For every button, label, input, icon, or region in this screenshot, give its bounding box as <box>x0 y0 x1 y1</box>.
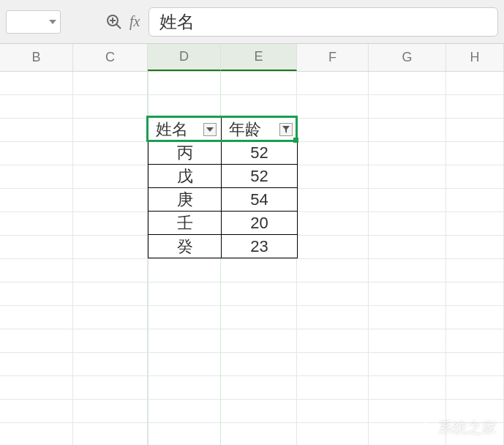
fx-label[interactable]: fx <box>129 13 140 30</box>
cell-age[interactable]: 54 <box>222 188 298 212</box>
cell-name[interactable]: 丙 <box>148 141 222 165</box>
cell[interactable] <box>73 119 148 141</box>
cell-name[interactable]: 癸 <box>148 235 222 258</box>
cell-name[interactable]: 壬 <box>148 212 222 235</box>
cell[interactable] <box>0 95 73 118</box>
cell[interactable] <box>297 165 369 188</box>
cell[interactable] <box>297 72 369 94</box>
cell[interactable] <box>148 283 221 305</box>
cell[interactable] <box>73 72 148 94</box>
cell[interactable] <box>446 283 504 305</box>
cell[interactable] <box>297 306 369 329</box>
cell[interactable] <box>446 165 504 188</box>
cell[interactable] <box>221 353 297 375</box>
cell[interactable] <box>148 329 221 352</box>
cell-name[interactable]: 庚 <box>148 188 222 212</box>
cell[interactable] <box>369 189 446 212</box>
cell[interactable] <box>148 95 221 118</box>
cell[interactable] <box>148 400 221 422</box>
cell[interactable] <box>0 306 73 329</box>
cell[interactable] <box>148 423 221 445</box>
cell[interactable] <box>297 119 369 141</box>
cell[interactable] <box>73 165 148 188</box>
cell[interactable] <box>369 212 446 235</box>
cell[interactable] <box>148 353 221 375</box>
cell[interactable] <box>221 329 297 352</box>
cell[interactable] <box>0 329 73 352</box>
cell[interactable] <box>73 376 148 399</box>
cell-age[interactable]: 52 <box>222 141 298 165</box>
cell[interactable] <box>369 329 446 352</box>
cell[interactable] <box>369 142 446 165</box>
cell[interactable] <box>369 165 446 188</box>
cell[interactable] <box>221 400 297 422</box>
cell[interactable] <box>297 423 369 445</box>
cell[interactable] <box>73 306 148 329</box>
cell[interactable] <box>369 95 446 118</box>
cell[interactable] <box>297 189 369 212</box>
cell[interactable] <box>446 329 504 352</box>
cell[interactable] <box>221 423 297 445</box>
name-box[interactable] <box>6 10 61 34</box>
cell[interactable] <box>73 329 148 352</box>
cell[interactable] <box>0 353 73 375</box>
cell[interactable] <box>369 353 446 375</box>
filter-dropdown-icon[interactable] <box>203 123 217 136</box>
cell[interactable] <box>369 283 446 305</box>
cell[interactable] <box>73 423 148 445</box>
filter-funnel-icon[interactable] <box>279 123 293 136</box>
cell-age[interactable]: 20 <box>222 212 298 235</box>
cell[interactable] <box>221 283 297 305</box>
cell[interactable] <box>446 236 504 258</box>
cell[interactable] <box>0 423 73 445</box>
cell[interactable] <box>297 142 369 165</box>
cell[interactable] <box>446 353 504 375</box>
cell[interactable] <box>73 259 148 282</box>
cell[interactable] <box>369 306 446 329</box>
cell[interactable] <box>297 353 369 375</box>
cell[interactable] <box>297 259 369 282</box>
cell[interactable] <box>297 329 369 352</box>
cell[interactable] <box>148 376 221 399</box>
cell[interactable] <box>369 376 446 399</box>
column-header-F[interactable]: F <box>297 44 369 71</box>
cell[interactable] <box>221 306 297 329</box>
cell[interactable] <box>221 376 297 399</box>
cell[interactable] <box>0 236 73 258</box>
cell[interactable] <box>221 259 297 282</box>
cell[interactable] <box>221 72 297 94</box>
column-header-C[interactable]: C <box>73 44 148 71</box>
cell[interactable] <box>73 236 148 258</box>
cell[interactable] <box>0 189 73 212</box>
cell[interactable] <box>0 72 73 94</box>
cell[interactable] <box>0 400 73 422</box>
cell[interactable] <box>73 95 148 118</box>
cell[interactable] <box>73 400 148 422</box>
cell[interactable] <box>446 189 504 212</box>
cell[interactable] <box>73 189 148 212</box>
formula-input[interactable] <box>148 7 498 37</box>
cell[interactable] <box>297 236 369 258</box>
cell[interactable] <box>446 376 504 399</box>
cell[interactable] <box>369 259 446 282</box>
cell[interactable] <box>148 306 221 329</box>
cell[interactable] <box>0 283 73 305</box>
cell[interactable] <box>0 142 73 165</box>
cell[interactable] <box>369 72 446 94</box>
column-header-H[interactable]: H <box>446 44 504 71</box>
cell[interactable] <box>73 353 148 375</box>
cell[interactable] <box>297 212 369 235</box>
cell[interactable] <box>73 283 148 305</box>
cell-age[interactable]: 23 <box>222 235 298 258</box>
cell[interactable] <box>446 72 504 94</box>
cell[interactable] <box>148 259 221 282</box>
cell[interactable] <box>446 212 504 235</box>
cell[interactable] <box>446 142 504 165</box>
magnify-icon[interactable] <box>105 12 124 31</box>
cell[interactable] <box>446 95 504 118</box>
cell-name[interactable]: 戊 <box>148 165 222 188</box>
cell[interactable] <box>0 376 73 399</box>
cell[interactable] <box>221 95 297 118</box>
cell[interactable] <box>0 212 73 235</box>
cell[interactable] <box>73 212 148 235</box>
